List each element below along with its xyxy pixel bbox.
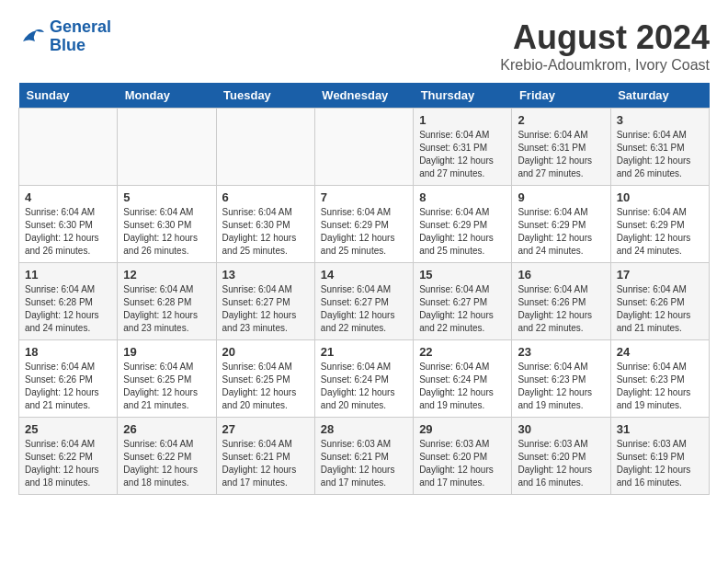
weekday-header-tuesday: Tuesday	[216, 83, 314, 109]
calendar-cell	[314, 109, 413, 186]
day-info: Sunrise: 6:04 AM Sunset: 6:27 PM Dayligh…	[419, 283, 506, 335]
calendar-cell: 25Sunrise: 6:04 AM Sunset: 6:22 PM Dayli…	[19, 418, 118, 495]
day-number: 16	[518, 268, 604, 282]
location-subtitle: Krebio-Adoumkrom, Ivory Coast	[500, 57, 710, 74]
day-number: 4	[25, 190, 111, 204]
calendar-cell: 6Sunrise: 6:04 AM Sunset: 6:30 PM Daylig…	[216, 186, 314, 263]
calendar-cell: 9Sunrise: 6:04 AM Sunset: 6:29 PM Daylig…	[512, 186, 610, 263]
calendar-cell: 1Sunrise: 6:04 AM Sunset: 6:31 PM Daylig…	[414, 109, 512, 186]
calendar-cell: 29Sunrise: 6:03 AM Sunset: 6:20 PM Dayli…	[414, 418, 512, 495]
day-info: Sunrise: 6:04 AM Sunset: 6:30 PM Dayligh…	[123, 206, 210, 258]
day-info: Sunrise: 6:04 AM Sunset: 6:31 PM Dayligh…	[617, 129, 703, 180]
weekday-header-thursday: Thursday	[414, 83, 512, 109]
calendar-table: SundayMondayTuesdayWednesdayThursdayFrid…	[18, 83, 710, 495]
calendar-cell: 26Sunrise: 6:04 AM Sunset: 6:22 PM Dayli…	[118, 418, 216, 495]
day-number: 24	[617, 345, 703, 359]
day-number: 21	[321, 345, 407, 359]
day-info: Sunrise: 6:04 AM Sunset: 6:29 PM Dayligh…	[419, 206, 506, 258]
day-number: 18	[25, 345, 111, 359]
weekday-header-wednesday: Wednesday	[314, 83, 413, 109]
calendar-cell: 28Sunrise: 6:03 AM Sunset: 6:21 PM Dayli…	[314, 418, 413, 495]
day-info: Sunrise: 6:04 AM Sunset: 6:31 PM Dayligh…	[518, 129, 604, 180]
day-number: 31	[617, 422, 703, 436]
day-number: 15	[419, 268, 506, 282]
day-number: 30	[518, 422, 604, 436]
day-number: 26	[123, 422, 210, 436]
calendar-cell: 15Sunrise: 6:04 AM Sunset: 6:27 PM Dayli…	[414, 263, 512, 340]
day-info: Sunrise: 6:04 AM Sunset: 6:30 PM Dayligh…	[222, 206, 309, 258]
calendar-cell: 3Sunrise: 6:04 AM Sunset: 6:31 PM Daylig…	[610, 109, 709, 186]
title-block: August 2024 Krebio-Adoumkrom, Ivory Coas…	[500, 18, 710, 74]
day-number: 2	[518, 113, 604, 127]
day-number: 28	[321, 422, 407, 436]
day-info: Sunrise: 6:03 AM Sunset: 6:21 PM Dayligh…	[321, 438, 407, 489]
calendar-cell: 17Sunrise: 6:04 AM Sunset: 6:26 PM Dayli…	[610, 263, 709, 340]
calendar-cell: 30Sunrise: 6:03 AM Sunset: 6:20 PM Dayli…	[512, 418, 610, 495]
month-year-title: August 2024	[500, 18, 710, 57]
day-number: 17	[617, 268, 703, 282]
calendar-cell: 19Sunrise: 6:04 AM Sunset: 6:25 PM Dayli…	[118, 340, 216, 418]
day-number: 20	[222, 345, 309, 359]
day-number: 22	[419, 345, 506, 359]
calendar-cell: 27Sunrise: 6:04 AM Sunset: 6:21 PM Dayli…	[216, 418, 314, 495]
day-info: Sunrise: 6:03 AM Sunset: 6:19 PM Dayligh…	[617, 438, 703, 489]
calendar-cell: 8Sunrise: 6:04 AM Sunset: 6:29 PM Daylig…	[414, 186, 512, 263]
day-number: 6	[222, 190, 309, 204]
calendar-cell: 20Sunrise: 6:04 AM Sunset: 6:25 PM Dayli…	[216, 340, 314, 418]
week-row-1: 1Sunrise: 6:04 AM Sunset: 6:31 PM Daylig…	[19, 109, 710, 186]
weekday-header-monday: Monday	[118, 83, 216, 109]
day-number: 19	[123, 345, 210, 359]
day-info: Sunrise: 6:03 AM Sunset: 6:20 PM Dayligh…	[419, 438, 506, 489]
day-info: Sunrise: 6:04 AM Sunset: 6:29 PM Dayligh…	[518, 206, 604, 258]
day-number: 8	[419, 190, 506, 204]
day-info: Sunrise: 6:04 AM Sunset: 6:24 PM Dayligh…	[419, 361, 506, 412]
day-info: Sunrise: 6:04 AM Sunset: 6:23 PM Dayligh…	[518, 361, 604, 412]
calendar-cell: 7Sunrise: 6:04 AM Sunset: 6:29 PM Daylig…	[314, 186, 413, 263]
day-number: 1	[419, 113, 506, 127]
calendar-cell: 4Sunrise: 6:04 AM Sunset: 6:30 PM Daylig…	[19, 186, 118, 263]
week-row-2: 4Sunrise: 6:04 AM Sunset: 6:30 PM Daylig…	[19, 186, 710, 263]
week-row-5: 25Sunrise: 6:04 AM Sunset: 6:22 PM Dayli…	[19, 418, 710, 495]
day-number: 12	[123, 268, 210, 282]
calendar-cell: 18Sunrise: 6:04 AM Sunset: 6:26 PM Dayli…	[19, 340, 118, 418]
calendar-cell: 24Sunrise: 6:04 AM Sunset: 6:23 PM Dayli…	[610, 340, 709, 418]
weekday-header-saturday: Saturday	[610, 83, 709, 109]
day-number: 23	[518, 345, 604, 359]
weekday-header-row: SundayMondayTuesdayWednesdayThursdayFrid…	[19, 83, 710, 109]
calendar-cell: 21Sunrise: 6:04 AM Sunset: 6:24 PM Dayli…	[314, 340, 413, 418]
logo-text: General Blue	[50, 18, 111, 55]
logo-bird-icon	[18, 23, 46, 51]
day-info: Sunrise: 6:04 AM Sunset: 6:28 PM Dayligh…	[123, 283, 210, 335]
day-info: Sunrise: 6:04 AM Sunset: 6:25 PM Dayligh…	[123, 361, 210, 412]
day-info: Sunrise: 6:04 AM Sunset: 6:22 PM Dayligh…	[123, 438, 210, 489]
day-info: Sunrise: 6:04 AM Sunset: 6:28 PM Dayligh…	[25, 283, 111, 335]
page-header: General Blue August 2024 Krebio-Adoumkro…	[18, 18, 710, 74]
calendar-cell: 22Sunrise: 6:04 AM Sunset: 6:24 PM Dayli…	[414, 340, 512, 418]
week-row-4: 18Sunrise: 6:04 AM Sunset: 6:26 PM Dayli…	[19, 340, 710, 418]
day-info: Sunrise: 6:04 AM Sunset: 6:26 PM Dayligh…	[518, 283, 604, 335]
day-number: 25	[25, 422, 111, 436]
day-number: 10	[617, 190, 703, 204]
day-number: 13	[222, 268, 309, 282]
weekday-header-sunday: Sunday	[19, 83, 118, 109]
weekday-header-friday: Friday	[512, 83, 610, 109]
calendar-cell: 16Sunrise: 6:04 AM Sunset: 6:26 PM Dayli…	[512, 263, 610, 340]
day-info: Sunrise: 6:04 AM Sunset: 6:24 PM Dayligh…	[321, 361, 407, 412]
calendar-cell	[19, 109, 118, 186]
day-info: Sunrise: 6:04 AM Sunset: 6:26 PM Dayligh…	[25, 361, 111, 412]
calendar-cell: 10Sunrise: 6:04 AM Sunset: 6:29 PM Dayli…	[610, 186, 709, 263]
calendar-cell: 31Sunrise: 6:03 AM Sunset: 6:19 PM Dayli…	[610, 418, 709, 495]
day-info: Sunrise: 6:04 AM Sunset: 6:23 PM Dayligh…	[617, 361, 703, 412]
calendar-cell: 14Sunrise: 6:04 AM Sunset: 6:27 PM Dayli…	[314, 263, 413, 340]
day-number: 5	[123, 190, 210, 204]
day-info: Sunrise: 6:04 AM Sunset: 6:27 PM Dayligh…	[321, 283, 407, 335]
calendar-cell	[216, 109, 314, 186]
day-number: 11	[25, 268, 111, 282]
calendar-cell: 5Sunrise: 6:04 AM Sunset: 6:30 PM Daylig…	[118, 186, 216, 263]
calendar-cell: 23Sunrise: 6:04 AM Sunset: 6:23 PM Dayli…	[512, 340, 610, 418]
day-info: Sunrise: 6:04 AM Sunset: 6:26 PM Dayligh…	[617, 283, 703, 335]
calendar-cell: 11Sunrise: 6:04 AM Sunset: 6:28 PM Dayli…	[19, 263, 118, 340]
calendar-cell: 12Sunrise: 6:04 AM Sunset: 6:28 PM Dayli…	[118, 263, 216, 340]
day-info: Sunrise: 6:04 AM Sunset: 6:25 PM Dayligh…	[222, 361, 309, 412]
calendar-cell: 2Sunrise: 6:04 AM Sunset: 6:31 PM Daylig…	[512, 109, 610, 186]
